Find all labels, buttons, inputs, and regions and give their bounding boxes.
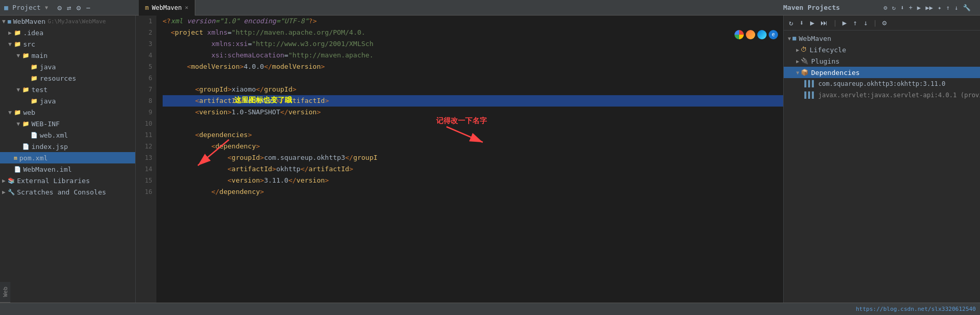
maven-icon3[interactable]: ⬇ [899, 3, 905, 12]
code-line-11: <dependencies> [163, 129, 783, 141]
dep2-icon: ▌▌▌ [804, 92, 816, 99]
sidebar-item-pomxml[interactable]: ▶ m pom.xml [0, 152, 135, 163]
sidebar-item-test[interactable]: ▼ 📁 test [0, 84, 135, 95]
editor-tab-webmaven[interactable]: m WebMaven ✕ [139, 0, 195, 16]
folder-icon-web: 📁 [14, 109, 21, 116]
sidebar-item-src[interactable]: ▼ 📁 src [0, 38, 135, 50]
top-bar-left: ■ Project ▼ ⚙ ⇄ ⚙ − [4, 3, 139, 13]
code-line-15: <version>3.11.0</version> [163, 175, 783, 186]
folder-icon-test: 📁 [22, 86, 30, 93]
maven-icon6[interactable]: ▶▶ [925, 3, 934, 12]
expand-lifecycle: ▶ [796, 47, 799, 53]
maven-tool-settings[interactable]: ⚙ [880, 18, 888, 28]
maven-icon9[interactable]: ↓ [954, 3, 959, 12]
sidebar-item-java[interactable]: ▶ 📁 java [0, 61, 135, 72]
maven-item-dep2[interactable]: ▌▌▌ javax.servlet:javax.servlet-api:4.0.… [784, 89, 980, 101]
maven-tool-arrow-down[interactable]: ↓ [861, 18, 870, 28]
expand-arrow-extlibs: ▶ [2, 177, 6, 184]
sidebar-label-resources: resources [40, 74, 76, 82]
expand-webmaven: ▼ [788, 36, 791, 41]
maven-icon-pom: m [14, 155, 18, 161]
maven-icon7[interactable]: ✦ [936, 3, 942, 12]
code-line-3: xmlns:xsi="http://www.w3.org/2001/XMLSch [163, 38, 783, 50]
maven-tool-refresh[interactable]: ↻ [787, 18, 795, 28]
sidebar-item-main[interactable]: ▼ 📁 main [0, 50, 135, 61]
firefox-icon[interactable] [746, 30, 755, 39]
folder-icon-main: 📁 [22, 52, 30, 59]
expand-arrow-web: ▼ [8, 109, 12, 116]
sidebar-item-webmaveniml[interactable]: ▶ 📄 WebMaven.iml [0, 163, 135, 175]
maven-label-dependencies: Dependencies [811, 69, 860, 77]
edge-icon[interactable] [757, 30, 767, 39]
maven-panel-title: Maven Projects [783, 4, 840, 11]
sidebar-item-webinf[interactable]: ▼ 📁 WEB-INF [0, 118, 135, 129]
folder-icon-src: 📁 [14, 41, 21, 48]
sidebar-label-webxml: web.xml [40, 131, 68, 139]
code-line-12: <dependency> [163, 141, 783, 152]
web-vertical-tab[interactable]: Web [0, 282, 10, 303]
maven-item-plugins[interactable]: ▶ 🔌 Plugins [784, 55, 980, 67]
gear-icon2[interactable]: ⚙ [76, 3, 82, 13]
maven-tool-arrow-up[interactable]: ↑ [851, 18, 859, 28]
maven-tool-run[interactable]: ▶ [808, 18, 816, 28]
browser-icons-row: e [734, 30, 778, 39]
expand-plugins: ▶ [796, 58, 799, 64]
maven-icon10[interactable]: 🔧 [962, 3, 972, 12]
code-line-1: <?xml version="1.0" encoding="UTF-8"?> [163, 16, 783, 27]
expand-arrow-idea: ▶ [8, 29, 12, 36]
folder-icon-idea: 📁 [14, 29, 21, 36]
sidebar-item-indexjsp[interactable]: ▶ 📄 index.jsp [0, 141, 135, 152]
editor-area: 1 2 3 4 5 6 7 8 9 10 11 12 13 14 15 16 [136, 16, 783, 303]
sidebar-item-webxml[interactable]: ▶ 📄 web.xml [0, 129, 135, 141]
folder-icon-resources: 📁 [31, 75, 38, 82]
settings-icon[interactable]: ⚙ [56, 3, 63, 13]
maven-label-dep1: com.squareup.okhttp3:okhttp:3.11.0 [818, 80, 946, 87]
expand-arrow-webinf: ▼ [17, 121, 20, 127]
maven-icon4[interactable]: + [907, 3, 913, 12]
module-icon: ■ [8, 18, 11, 25]
maven-item-webmaven[interactable]: ▼ ■ WebMaven [784, 33, 980, 44]
sidebar-label-webmaveniml: WebMaven.iml [23, 166, 72, 173]
sidebar-item-idea[interactable]: ▶ 📁 .idea [0, 27, 135, 38]
maven-item-dependencies[interactable]: ▼ 📦 Dependencies [784, 67, 980, 78]
sidebar-item-test-java[interactable]: ▶ 📁 java [0, 95, 135, 107]
editor-content[interactable]: 1 2 3 4 5 6 7 8 9 10 11 12 13 14 15 16 [136, 16, 783, 303]
sidebar-item-resources[interactable]: ▶ 📁 resources [0, 72, 135, 84]
maven-item-dep1[interactable]: ▌▌▌ com.squareup.okhttp3:okhttp:3.11.0 [784, 78, 980, 89]
tab-close-icon[interactable]: ✕ [185, 4, 189, 11]
code-editor[interactable]: <?xml version="1.0" encoding="UTF-8"?> <… [156, 16, 783, 303]
sidebar-label-test-java: java [40, 97, 56, 105]
sidebar-label-idea: .idea [23, 29, 44, 37]
sidebar-item-extlibs[interactable]: ▶ 📚 External Libraries [0, 175, 135, 186]
sidebar-label-main: main [32, 52, 48, 59]
code-line-10 [163, 118, 783, 129]
maven-icon1[interactable]: ⚙ [883, 3, 888, 12]
chrome-icon[interactable] [734, 30, 744, 39]
plugins-icon: 🔌 [801, 57, 809, 65]
project-dropdown-arrow[interactable]: ▼ [45, 5, 48, 10]
folder-icon-webinf: 📁 [22, 121, 30, 127]
sidebar-label-extlibs: External Libraries [17, 177, 90, 185]
expand-arrow-webmaven: ▼ [2, 18, 6, 25]
sidebar-item-scratches[interactable]: ▶ 🔧 Scratches and Consoles [0, 186, 135, 198]
code-line-9: <version>1.0-SNAPSHOT</version> [163, 107, 783, 118]
maven-item-lifecycle[interactable]: ▶ ⏱ Lifecycle [784, 44, 980, 55]
status-url[interactable]: https://blog.csdn.net/slx3320612540 [856, 306, 976, 312]
maven-header-icons: ⚙ ↻ ⬇ + ▶ ▶▶ ✦ ↑ ↓ 🔧 [883, 3, 972, 12]
maven-icon2[interactable]: ↻ [891, 3, 897, 12]
xml-icon-webxml: 📄 [31, 132, 38, 139]
code-line-2: <project xmlns="http://maven.apache.org/… [163, 27, 783, 38]
maven-icon5[interactable]: ▶ [916, 3, 922, 12]
project-label[interactable]: Project [12, 4, 41, 11]
maven-tool-download[interactable]: ⬇ [797, 18, 805, 28]
jsp-icon-index: 📄 [22, 143, 30, 150]
sidebar-item-webmaven[interactable]: ▼ ■ WebMaven G:\MyJava\WebMave [0, 16, 135, 27]
minus-icon[interactable]: − [85, 3, 91, 13]
sync-icon[interactable]: ⇄ [66, 3, 72, 13]
sidebar-item-web[interactable]: ▼ 📁 web [0, 107, 135, 118]
ie-icon[interactable]: e [769, 30, 778, 39]
code-line-8: <artifactId>WebMaven</artifactId> [163, 95, 783, 107]
maven-icon8[interactable]: ↑ [945, 3, 951, 12]
maven-tool-skip[interactable]: ⏭ [818, 18, 830, 28]
maven-tool-execute[interactable]: ▶ [840, 18, 848, 28]
